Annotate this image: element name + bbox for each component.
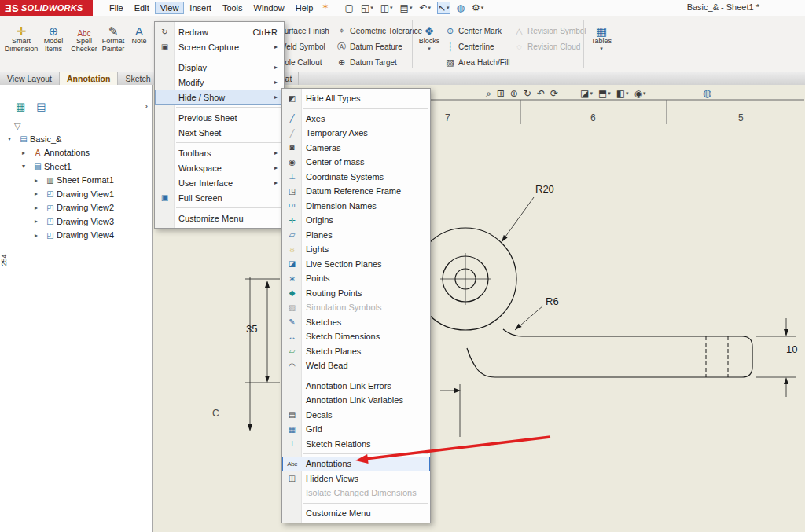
panel-expand-arrow-icon[interactable]: › — [145, 101, 148, 112]
menu-item-display[interactable]: Display ▸ — [155, 60, 284, 75]
tab-annotation[interactable]: Annotation — [60, 72, 118, 85]
select-button[interactable]: ↖▾ — [438, 2, 450, 13]
submenu-item-sketch-relations[interactable]: ⊥ Sketch Relations — [282, 437, 430, 452]
zoom-in-out-button[interactable]: ⊕ — [510, 88, 518, 99]
expand-arrow-icon[interactable]: ▾ — [22, 163, 31, 170]
submenu-item-sketch-dimensions[interactable]: ↔ Sketch Dimensions — [282, 329, 430, 344]
expand-arrow-icon[interactable]: ▸ — [22, 149, 31, 156]
submenu-item-temporary-axes[interactable]: ╱ Temporary Axes — [282, 126, 430, 141]
rotate-view-button[interactable]: ↻ — [524, 88, 531, 99]
submenu-item-grid[interactable]: ▦ Grid — [282, 422, 430, 437]
submenu-item-decals[interactable]: ▤ Decals — [282, 408, 430, 423]
tree-item-sheet-format1[interactable]: ▸ ▥ Sheet Format1 — [0, 174, 152, 188]
undo-button[interactable]: ↶▾ — [419, 2, 431, 13]
submenu-item-cameras[interactable]: ◙ Cameras — [282, 141, 430, 156]
menu-item-hide-show[interactable]: Hide / Show ▸ — [155, 90, 284, 105]
menu-item-customize-menu[interactable]: Customize Menu — [155, 211, 284, 226]
blocks-button[interactable]: ❖ Blocks ▾ — [415, 19, 443, 69]
submenu-item-annotation-link-variables[interactable]: Annotation Link Variables — [282, 393, 430, 408]
format-painter-button[interactable]: ✎ Format Painter — [99, 19, 127, 69]
expand-arrow-icon[interactable]: ▸ — [35, 232, 44, 239]
section-view-button[interactable]: ◪▾ — [580, 88, 593, 99]
redraw-view-button[interactable]: ⟳ — [550, 88, 558, 99]
menu-help[interactable]: Help — [290, 2, 319, 14]
submenu-item-sketches[interactable]: ✎ Sketches — [282, 315, 430, 330]
dimension-r20[interactable]: R20 — [535, 183, 554, 195]
submenu-item-lights[interactable]: ☼ Lights — [282, 242, 430, 257]
print-button[interactable]: ▤▾ — [400, 2, 413, 13]
tree-item-drawing-view2[interactable]: ▸ ◰ Drawing View2 — [0, 201, 152, 215]
menu-item-full-screen[interactable]: ▣ Full Screen — [155, 190, 284, 205]
submenu-item-dimension-names[interactable]: D1 Dimension Names — [282, 199, 430, 214]
submenu-item-customize-menu[interactable]: Customize Menu — [282, 506, 430, 521]
view-orientation-button[interactable]: ⬒▾ — [598, 88, 611, 99]
expand-arrow-icon[interactable]: ▸ — [35, 190, 44, 197]
new-document-button[interactable]: ▢ — [345, 2, 354, 13]
submenu-item-axes[interactable]: ╱ Axes — [282, 112, 430, 127]
submenu-item-datum-reference-frame[interactable]: ◳ Datum Reference Frame — [282, 184, 430, 199]
expand-arrow-icon[interactable]: ▾ — [8, 135, 17, 142]
expand-arrow-icon[interactable]: ▸ — [35, 177, 44, 184]
options-button[interactable]: ⚙▾ — [472, 2, 483, 13]
submenu-item-hide-all-types[interactable]: ◩ Hide All Types — [282, 91, 430, 106]
submenu-item-annotations[interactable]: Abc Annotations — [282, 457, 430, 471]
submenu-item-coordinate-systems[interactable]: ⊥ Coordinate Systems — [282, 170, 430, 185]
tab-sketch[interactable]: Sketch — [118, 72, 158, 85]
tree-item-sheet1[interactable]: ▾ ▤ Sheet1 — [0, 160, 152, 174]
display-style-button[interactable]: ◧▾ — [616, 88, 629, 99]
dimension-10[interactable]: 10 — [786, 343, 797, 355]
datum-target-button[interactable]: ⊕ Datum Target — [336, 55, 397, 69]
menu-view[interactable]: View — [155, 2, 185, 14]
menu-item-modify[interactable]: Modify ▸ — [155, 75, 284, 90]
pin-menu-icon[interactable]: ✶ — [322, 2, 329, 14]
submenu-item-weld-bead[interactable]: ◠ Weld Bead — [282, 358, 430, 373]
area-hatch-fill-button[interactable]: ▨ Area Hatch/Fill — [445, 55, 510, 69]
submenu-item-points[interactable]: ∗ Points — [282, 271, 430, 286]
menu-item-redraw[interactable]: ↻ Redraw Ctrl+R — [155, 24, 284, 39]
submenu-item-annotation-link-errors[interactable]: Annotation Link Errors — [282, 379, 430, 394]
menu-item-next-sheet[interactable]: Next Sheet — [155, 125, 284, 140]
submenu-item-center-of-mass[interactable]: ◉ Center of mass — [282, 155, 430, 170]
menu-item-user-interface[interactable]: User Interface ▸ — [155, 175, 284, 190]
submenu-item-routing-points[interactable]: ◆ Routing Points — [282, 286, 430, 301]
submenu-item-sketch-planes[interactable]: ▱ Sketch Planes — [282, 344, 430, 359]
menu-item-screen-capture[interactable]: ▣ Screen Capture ▸ — [155, 39, 284, 54]
expand-arrow-icon[interactable]: ▸ — [35, 218, 44, 225]
previous-view-button[interactable]: ↶ — [537, 88, 545, 99]
hide-show-items-button[interactable]: ◉▾ — [634, 88, 646, 99]
spell-checker-button[interactable]: Abc Spell Checker — [69, 19, 99, 69]
save-button[interactable]: ◫▾ — [380, 2, 393, 13]
submenu-item-planes[interactable]: ▱ Planes — [282, 228, 430, 243]
open-button[interactable]: ◱▾ — [361, 2, 373, 13]
menu-item-previous-sheet[interactable]: Previous Sheet — [155, 110, 284, 125]
feature-manager-tab-icon[interactable]: ▦ — [16, 101, 25, 112]
menu-edit[interactable]: Edit — [129, 2, 155, 14]
property-manager-tab-icon[interactable]: ▤ — [36, 101, 46, 112]
zoom-to-fit-button[interactable]: ⌕ — [486, 88, 491, 99]
tree-item-drawing-view3[interactable]: ▸ ◰ Drawing View3 — [0, 215, 152, 229]
menu-item-toolbars[interactable]: Toolbars ▸ — [155, 145, 284, 160]
tree-item-drawing-view1[interactable]: ▸ ◰ Drawing View1 — [0, 187, 152, 201]
model-items-button[interactable]: ⊕ Model Items — [39, 19, 68, 69]
menu-window[interactable]: Window — [248, 2, 290, 14]
globe-button[interactable]: ◍ — [703, 87, 711, 99]
menu-file[interactable]: File — [104, 2, 129, 14]
spaceball-button[interactable]: ◍ — [457, 2, 465, 13]
center-mark-button[interactable]: ⊕ Center Mark — [445, 24, 502, 38]
smart-dimension-button[interactable]: ✛ Smart Dimension — [5, 19, 38, 69]
centerline-button[interactable]: ┆ Centerline — [445, 39, 494, 53]
dimension-r6[interactable]: R6 — [546, 295, 559, 307]
menu-insert[interactable]: Insert — [184, 2, 217, 14]
dimension-35[interactable]: 35 — [246, 323, 257, 335]
tree-item-drawing-view4[interactable]: ▸ ◰ Drawing View4 — [0, 229, 152, 243]
datum-feature-button[interactable]: Ⓐ Datum Feature — [336, 39, 402, 53]
tab-view-layout[interactable]: View Layout — [0, 72, 60, 85]
tree-item-annotations[interactable]: ▸ A Annotations — [0, 146, 152, 160]
submenu-item-hidden-views[interactable]: ◫ Hidden Views — [282, 471, 430, 486]
zoom-to-area-button[interactable]: ⊞ — [497, 88, 505, 99]
menu-item-workspace[interactable]: Workspace ▸ — [155, 160, 284, 175]
tables-button[interactable]: ▦ Tables ▾ — [588, 19, 615, 69]
note-button[interactable]: A Note — [127, 19, 151, 69]
tree-item-basic[interactable]: ▾ ▤ Basic_& — [0, 132, 152, 146]
filter-icon[interactable]: ▽ — [14, 121, 20, 131]
